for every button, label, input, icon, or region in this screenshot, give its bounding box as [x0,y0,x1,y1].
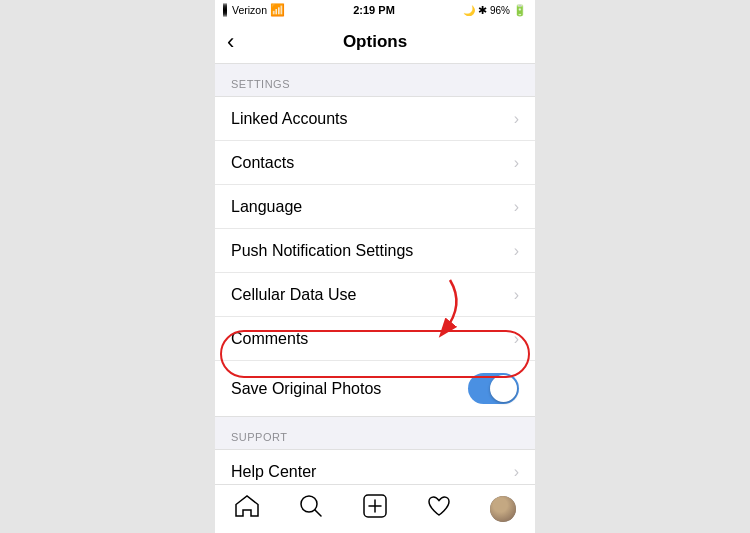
toggle-thumb [490,375,517,402]
search-icon [300,495,322,523]
battery-icon: 🔋 [513,4,527,17]
cellular-data-label: Cellular Data Use [231,286,356,304]
linked-accounts-label: Linked Accounts [231,110,348,128]
help-center-label: Help Center [231,463,316,481]
profile-avatar [490,496,516,522]
toggle-track [468,373,519,404]
save-original-photos-label: Save Original Photos [231,380,381,398]
chevron-icon: › [514,330,519,348]
language-label: Language [231,198,302,216]
help-center-item[interactable]: Help Center › [215,450,535,484]
settings-section-header: SETTINGS [215,64,535,96]
wifi-icon: 📶 [270,3,285,17]
battery-percent: 96% [490,5,510,16]
svg-line-1 [315,510,321,516]
contacts-label: Contacts [231,154,294,172]
chevron-icon: › [514,242,519,260]
status-bar: Verizon 📶 2:19 PM 🌙 ✱ 96% 🔋 [215,0,535,20]
chevron-icon: › [514,286,519,304]
tab-profile[interactable] [471,485,535,533]
add-icon [363,494,387,524]
moon-icon: 🌙 [463,5,475,16]
support-section-header: SUPPORT [215,417,535,449]
status-right: 🌙 ✱ 96% 🔋 [463,4,527,17]
phone-frame: Verizon 📶 2:19 PM 🌙 ✱ 96% 🔋 ‹ Options SE… [215,0,535,533]
push-notifications-item[interactable]: Push Notification Settings › [215,229,535,273]
nav-bar: ‹ Options [215,20,535,64]
chevron-icon: › [514,198,519,216]
settings-content: SETTINGS Linked Accounts › Contacts › La… [215,64,535,484]
avatar-image [490,496,516,522]
tab-home[interactable] [215,485,279,533]
carrier-label: Verizon [232,4,267,16]
contacts-item[interactable]: Contacts › [215,141,535,185]
cellular-data-item[interactable]: Cellular Data Use › [215,273,535,317]
comments-label: Comments [231,330,308,348]
chevron-icon: › [514,154,519,172]
tab-likes[interactable] [407,485,471,533]
tab-search[interactable] [279,485,343,533]
status-left: Verizon 📶 [223,3,285,17]
status-time: 2:19 PM [353,4,395,16]
signal-dots [223,4,227,16]
settings-list: Linked Accounts › Contacts › Language › … [215,96,535,417]
heart-icon [427,495,451,523]
home-icon [235,495,259,523]
save-original-photos-item[interactable]: Save Original Photos [215,361,535,416]
chevron-icon: › [514,463,519,481]
tab-bar [215,484,535,533]
support-list: Help Center › Report a Problem › [215,449,535,484]
comments-item[interactable]: Comments › [215,317,535,361]
tab-add[interactable] [343,485,407,533]
push-notifications-label: Push Notification Settings [231,242,413,260]
chevron-icon: › [514,110,519,128]
nav-title: Options [343,32,407,52]
language-item[interactable]: Language › [215,185,535,229]
back-button[interactable]: ‹ [227,29,234,55]
linked-accounts-item[interactable]: Linked Accounts › [215,97,535,141]
save-photos-toggle[interactable] [468,373,519,404]
bluetooth-icon: ✱ [478,4,487,17]
